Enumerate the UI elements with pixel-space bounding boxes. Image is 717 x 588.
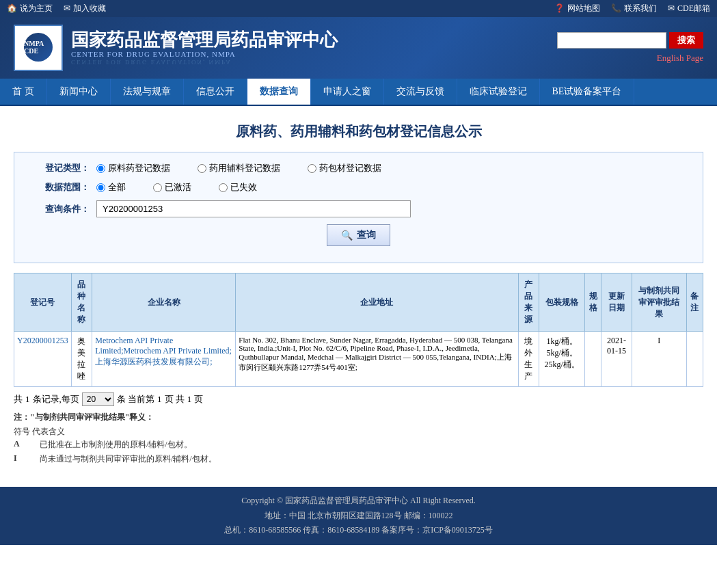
logo-text-area: 国家药品监督管理局药品审评中心 CENTER FOR DRUG EVALUATI… xyxy=(71,30,338,66)
page-info: 条 当前第 xyxy=(117,393,154,405)
main-content: 原料药、药用辅料和药包材登记信息公示 登记类型： 原料药登记数据 药用辅料登记数… xyxy=(0,106,717,480)
nav-applicant[interactable]: 申请人之窗 xyxy=(311,79,384,105)
logo-area: NMPA CDE 国家药品监督管理局药品审评中心 CENTER FOR DRUG… xyxy=(14,25,338,71)
notes-item-a: A 已批准在上市制剂使用的原料/辅料/包材。 xyxy=(14,438,703,452)
footer-tel: 总机：8610-68585566 传真：8610-68584189 备案序号：京… xyxy=(7,523,710,538)
email-label: CDE邮箱 xyxy=(677,3,710,14)
col-spec: 规格 xyxy=(585,273,601,332)
reg-num-link[interactable]: Y20200001253 xyxy=(17,336,68,345)
nav-home[interactable]: 首 页 xyxy=(0,79,47,105)
footer: Copyright © 国家药品监督管理局药品审评中心 All Right Re… xyxy=(0,487,717,545)
cell-update-date: 2021-01-15 xyxy=(601,332,632,387)
total-pages: 1 xyxy=(187,394,192,405)
cell-pack-spec: 1kg/桶。5kg/桶。25kg/桶。 xyxy=(539,332,585,387)
current-page: 1 xyxy=(157,394,162,405)
nav-feedback[interactable]: 交流与反馈 xyxy=(384,79,457,105)
search-btn-label: 查询 xyxy=(357,229,376,241)
english-page-link[interactable]: English Page xyxy=(657,53,703,64)
reg-type-excipient[interactable]: 药用辅料登记数据 xyxy=(198,162,280,174)
reg-type-excipient-label: 药用辅料登记数据 xyxy=(209,162,280,174)
cell-spec xyxy=(585,332,601,387)
header-search-input[interactable] xyxy=(557,32,666,49)
data-range-row: 数据范围： 全部 已激活 已失效 xyxy=(28,181,689,193)
notes-meaning-i: 尚未通过与制剂共同审评审批的原料/辅料/包材。 xyxy=(40,453,217,465)
range-all-label: 全部 xyxy=(108,181,126,193)
footer-address: 地址：中国 北京市朝阳区建国路128号 邮编：100022 xyxy=(7,509,710,524)
reg-type-pkg-radio[interactable] xyxy=(308,164,316,173)
col-pack-spec: 包装规格 xyxy=(539,273,585,332)
reg-type-api[interactable]: 原料药登记数据 xyxy=(96,162,170,174)
range-active[interactable]: 已激活 xyxy=(153,181,191,193)
reg-type-pkg[interactable]: 药包材登记数据 xyxy=(308,162,381,174)
topbar: 🏠 说为主页 ✉ 加入收藏 ❓ 网站地图 📞 联系我们 ✉ CDE邮箱 xyxy=(0,0,717,17)
reg-type-api-radio[interactable] xyxy=(96,164,105,173)
reg-type-excipient-radio[interactable] xyxy=(198,164,206,173)
topbar-left: 🏠 说为主页 ✉ 加入收藏 xyxy=(7,3,106,14)
page-info3: 页 xyxy=(194,393,203,405)
contact-link[interactable]: 📞 联系我们 xyxy=(611,3,657,14)
range-active-label: 已激活 xyxy=(165,181,191,193)
nav-clinical[interactable]: 临床试验登记 xyxy=(457,79,540,105)
header-search-button[interactable]: 搜索 xyxy=(669,32,703,49)
col-review-result: 与制剂共同审评审批结果 xyxy=(632,273,686,332)
range-expired-radio[interactable] xyxy=(219,183,228,192)
sitemap-icon: ❓ xyxy=(554,3,565,14)
sitemap-link[interactable]: ❓ 网站地图 xyxy=(554,3,600,14)
table-body: Y20200001253 奥美拉唑 Metrochem API Private … xyxy=(14,332,703,387)
pagination: 共 1 条记录,每页 20 50 100 条 当前第 1 页 共 1 页 xyxy=(14,392,703,406)
topbar-right: ❓ 网站地图 📞 联系我们 ✉ CDE邮箱 xyxy=(554,3,710,14)
header-search: 搜索 xyxy=(557,32,703,49)
nav-laws[interactable]: 法规与规章 xyxy=(111,79,184,105)
notes-item-i: I 尚未通过与制剂共同审评审批的原料/辅料/包材。 xyxy=(14,452,703,466)
reg-type-label: 登记类型： xyxy=(28,162,90,174)
bookmark-link[interactable]: ✉ 加入收藏 xyxy=(64,3,106,14)
search-icon: 🔍 xyxy=(341,230,353,241)
home-link[interactable]: 🏠 说为主页 xyxy=(7,3,53,14)
col-source: 产品来源 xyxy=(518,273,539,332)
bookmark-label: 加入收藏 xyxy=(73,3,106,14)
notes-meaning-a: 已批准在上市制剂使用的原料/辅料/包材。 xyxy=(40,439,192,451)
range-active-radio[interactable] xyxy=(153,183,162,192)
nav-data[interactable]: 数据查询 xyxy=(247,79,311,105)
range-all[interactable]: 全部 xyxy=(96,181,126,193)
range-all-radio[interactable] xyxy=(96,183,105,192)
cell-product-name: 奥美拉唑 xyxy=(71,332,92,387)
range-expired-label: 已失效 xyxy=(230,181,257,193)
col-update-date: 更新日期 xyxy=(601,273,632,332)
col-remark: 备注 xyxy=(686,273,703,332)
nav-info[interactable]: 信息公开 xyxy=(184,79,247,105)
logo-cn: 国家药品监督管理局药品审评中心 xyxy=(71,30,338,50)
per-page-select[interactable]: 20 50 100 xyxy=(82,392,114,406)
phone-icon: 📞 xyxy=(611,3,621,14)
per-page-text: 条记录,每页 xyxy=(33,393,79,405)
notes-sym-header: 符号 代表含义 xyxy=(14,427,65,436)
search-button[interactable]: 🔍 查询 xyxy=(327,224,390,246)
col-address: 企业地址 xyxy=(236,273,518,332)
result-table: 登记号 品种名称 企业名称 企业地址 产品来源 包装规格 规格 更新日期 与制剂… xyxy=(14,273,703,387)
contact-label: 联系我们 xyxy=(624,3,657,14)
range-expired[interactable]: 已失效 xyxy=(219,181,257,193)
logo-box: NMPA CDE xyxy=(14,25,63,71)
page-title: 原料药、药用辅料和药包材登记信息公示 xyxy=(14,113,703,152)
notes-section: 注："与制剂共同审评审批结果"释义： 符号 代表含义 A 已批准在上市制剂使用的… xyxy=(14,412,703,466)
email-link[interactable]: ✉ CDE邮箱 xyxy=(668,3,710,14)
col-product-name: 品种名称 xyxy=(71,273,92,332)
nav-news[interactable]: 新闻中心 xyxy=(47,79,111,105)
cell-reg-num[interactable]: Y20200001253 xyxy=(14,332,72,387)
cell-source: 境外生产 xyxy=(518,332,539,387)
logo-circle: NMPA CDE xyxy=(24,33,53,62)
total-text: 共 xyxy=(14,393,23,405)
total-records: 1 xyxy=(25,394,30,405)
search-btn-area: 🔍 查询 xyxy=(28,224,689,246)
notes-sym-i: I xyxy=(14,453,34,465)
data-range-label: 数据范围： xyxy=(28,181,90,193)
nav-be[interactable]: BE试验备案平台 xyxy=(540,79,635,105)
logo-en-mirror: CENTER FOR DRUG EVALUATION, NMPA xyxy=(71,59,338,66)
query-input[interactable] xyxy=(96,200,411,217)
sitemap-label: 网站地图 xyxy=(567,3,600,14)
cell-company: Metrochem API Private Limited;Metrochem … xyxy=(92,332,236,387)
query-label: 查询条件： xyxy=(28,203,90,215)
company-link[interactable]: Metrochem API Private Limited;Metrochem … xyxy=(95,336,232,366)
mail-icon: ✉ xyxy=(668,3,675,14)
page-info2: 页 共 xyxy=(165,393,185,405)
